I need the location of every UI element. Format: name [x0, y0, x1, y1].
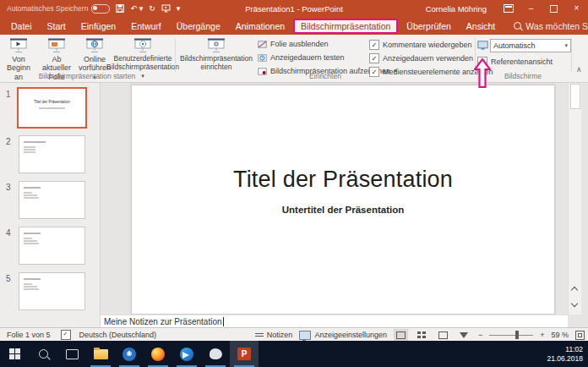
slideshow-view-icon — [460, 332, 468, 338]
status-bar: Folie 1 von 5 Deutsch (Deutschland) Noti… — [0, 327, 588, 342]
thunderbird-button[interactable] — [172, 341, 201, 367]
firefox-button[interactable] — [144, 341, 172, 367]
notes-icon — [255, 331, 264, 338]
spellcheck-icon — [61, 330, 71, 340]
checkbox-checked-icon: ✓ — [369, 40, 379, 50]
slide-indicator[interactable]: Folie 1 von 5 — [7, 331, 51, 339]
rehearse-timings-icon — [258, 54, 267, 62]
notes-pane[interactable]: Meine Notizen zur Präsentation — [101, 315, 568, 327]
qat-customize-dropdown[interactable]: ▾ — [177, 5, 181, 13]
restore-icon — [550, 5, 558, 13]
powerpoint-icon: P — [237, 348, 251, 360]
minimize-button[interactable]: – — [520, 0, 542, 17]
zoom-out-button[interactable]: − — [478, 331, 482, 339]
slide-number: 5 — [6, 274, 11, 283]
slide-thumbnail-5[interactable] — [19, 272, 85, 310]
folie-ausblenden-button[interactable]: Folie ausblenden — [258, 40, 329, 48]
slide-thumbnail-1[interactable]: Titel der Präsentation — [17, 87, 87, 129]
taskbar-search-button[interactable] — [29, 341, 57, 367]
display-settings-icon — [299, 331, 311, 340]
title-bar: Automatisches Speichern ↶ ▾ ↻ ▾ Präsenta… — [0, 0, 588, 17]
search-placeholder: Was möchten Sie tun? — [525, 21, 588, 31]
tab-bildschirmpraesentation[interactable]: Bildschirmpräsentation — [293, 19, 398, 34]
tab-entwurf[interactable]: Entwurf — [123, 19, 169, 34]
autosave-toggle[interactable] — [91, 4, 110, 14]
monitor-icon — [477, 41, 488, 51]
chevron-down-icon: ▾ — [564, 42, 568, 49]
slide-sorter-view-button[interactable] — [415, 329, 429, 341]
tell-me-search[interactable]: Was möchten Sie tun? — [514, 21, 588, 31]
fit-to-window-button[interactable] — [575, 331, 585, 340]
powerpoint-taskbar-button[interactable]: P — [230, 341, 259, 367]
anzeigedauern-verwenden-checkbox[interactable]: ✓ Anzeigedauern verwenden — [369, 53, 473, 63]
slide-editing-area: Titel der Präsentation Untertitel der Pr… — [101, 83, 568, 315]
start-button[interactable] — [0, 341, 29, 367]
tab-uebergaenge[interactable]: Übergänge — [169, 19, 228, 34]
notes-toggle-button[interactable]: Notizen — [255, 331, 293, 339]
monitor-dropdown-value: Automatisch — [493, 41, 536, 50]
ribbon-display-options-button[interactable] — [497, 0, 520, 17]
windows-logo-icon — [9, 348, 20, 359]
tab-ansicht[interactable]: Ansicht — [459, 19, 503, 34]
zoom-slider[interactable] — [489, 335, 533, 336]
thunderbird-icon — [180, 348, 193, 361]
tab-animationen[interactable]: Animationen — [228, 19, 292, 34]
scrollbar-thumb[interactable] — [570, 84, 580, 109]
slide-thumbnail-4[interactable] — [19, 227, 85, 265]
user-name[interactable]: Cornelia Möhring — [426, 4, 487, 14]
start-slideshow-qat-icon[interactable] — [161, 4, 171, 13]
slideshow-view-button[interactable] — [457, 329, 471, 341]
annotation-arrow — [474, 58, 491, 88]
tab-ueberpruefen[interactable]: Überprüfen — [399, 19, 459, 34]
clock-app-button[interactable] — [115, 341, 144, 367]
present-online-icon — [85, 37, 104, 54]
bildschirmpraesentation-einrichten-button[interactable]: Bildschirmpräsentationeinrichten — [177, 37, 255, 72]
slide-thumbnail-2[interactable] — [19, 135, 85, 173]
search-icon — [39, 349, 48, 359]
monitor-dropdown[interactable]: Automatisch ▾ — [490, 39, 571, 52]
slide-canvas[interactable]: Titel der Präsentation Untertitel der Pr… — [131, 85, 555, 315]
text-cursor — [223, 317, 224, 326]
tab-einfuegen[interactable]: Einfügen — [74, 19, 123, 34]
previous-slide-button[interactable] — [571, 286, 578, 293]
restore-button[interactable] — [542, 0, 565, 17]
undo-button[interactable]: ↶ ▾ — [130, 5, 143, 13]
close-button[interactable]: × — [565, 0, 588, 17]
normal-view-icon — [396, 331, 406, 339]
reading-view-button[interactable] — [436, 329, 450, 341]
spellcheck-button[interactable] — [61, 330, 71, 340]
display-settings-button[interactable]: Anzeigeeinstellungen — [299, 331, 387, 340]
group-label-einrichten: Einrichten — [253, 72, 397, 80]
zoom-slider-thumb[interactable] — [515, 331, 519, 339]
thumbnail-title: Titel der Präsentation — [19, 100, 85, 104]
normal-view-button[interactable] — [394, 329, 408, 341]
windows-taskbar: P 11:02 21.06.2018 — [0, 341, 588, 367]
mail-app-button[interactable] — [201, 341, 230, 367]
zoom-in-button[interactable]: + — [540, 331, 544, 339]
save-icon[interactable] — [116, 4, 124, 13]
taskbar-time: 11:02 — [547, 345, 583, 354]
language-indicator[interactable]: Deutsch (Deutschland) — [79, 331, 157, 339]
task-view-button[interactable] — [57, 341, 86, 367]
tab-start[interactable]: Start — [40, 19, 74, 34]
zoom-level[interactable]: 59 % — [551, 331, 569, 339]
anzeigedauern-testen-button[interactable]: Anzeigedauern testen — [258, 53, 345, 62]
folder-icon — [94, 349, 108, 359]
slide-thumbnail-3[interactable] — [19, 181, 85, 219]
custom-slideshow-icon — [133, 37, 152, 54]
slide-subtitle[interactable]: Untertitel der Präsentation — [132, 205, 554, 215]
firefox-icon — [151, 348, 165, 361]
slide-thumbnail-panel: 1 Titel der Präsentation 2 3 4 5 — [0, 83, 101, 327]
taskbar-clock[interactable]: 11:02 21.06.2018 — [547, 345, 588, 363]
vertical-scrollbar[interactable] — [568, 83, 581, 315]
redo-button[interactable]: ↻ — [149, 5, 155, 13]
file-explorer-button[interactable] — [86, 341, 115, 367]
autosave-label: Automatisches Speichern — [7, 4, 88, 13]
collapse-ribbon-icon[interactable]: ∧ — [576, 65, 582, 74]
setup-slideshow-icon — [207, 37, 226, 54]
tab-datei[interactable]: Datei — [3, 19, 40, 34]
kommentare-wiedergeben-checkbox[interactable]: ✓ Kommentare wiedergeben — [369, 40, 472, 50]
next-slide-button[interactable] — [571, 299, 578, 306]
slide-title[interactable]: Titel der Präsentation — [132, 167, 554, 193]
slide-number: 4 — [6, 228, 11, 238]
